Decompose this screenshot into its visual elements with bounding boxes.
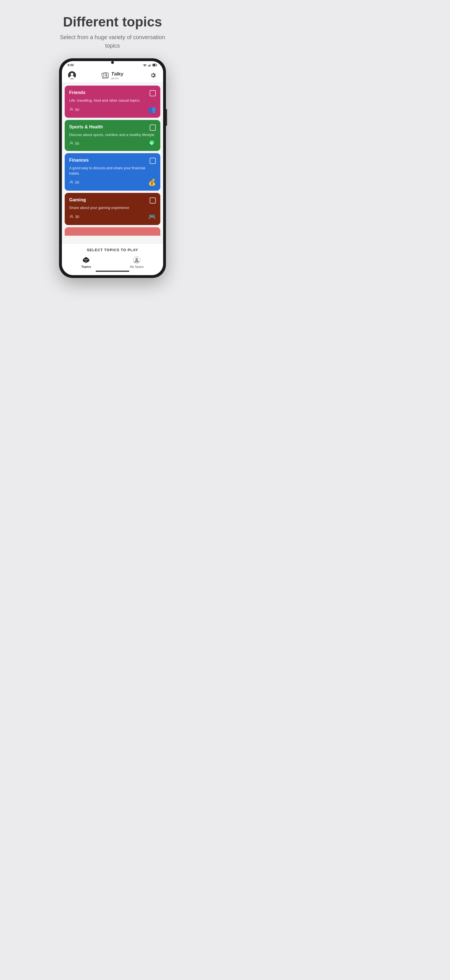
card-icon-sports bbox=[69, 141, 74, 146]
topic-count-sports: 50 bbox=[69, 141, 79, 146]
topic-checkbox-sports[interactable] bbox=[150, 124, 156, 130]
topic-emoji-gaming: 🎮 bbox=[148, 213, 156, 221]
card-icon-gaming bbox=[69, 215, 74, 219]
wifi-icon bbox=[143, 64, 147, 67]
page-header: Different topics Select from a huge vari… bbox=[59, 14, 166, 50]
svg-rect-0 bbox=[148, 65, 149, 67]
page-title: Different topics bbox=[59, 14, 166, 30]
bottom-nav: Topics My Space bbox=[62, 254, 163, 268]
svg-point-8 bbox=[71, 73, 73, 76]
heartbeat-icon bbox=[148, 140, 156, 146]
phone-frame: 9:00 bbox=[59, 58, 166, 278]
app-logo: T Talky games bbox=[101, 71, 123, 80]
topic-emoji-finances: 💰 bbox=[148, 179, 156, 186]
svg-rect-6 bbox=[157, 65, 157, 65]
page-wrapper: Different topics Select from a huge vari… bbox=[59, 14, 166, 278]
topic-card-friends[interactable]: Friends Life, travelling, food and other… bbox=[65, 86, 160, 118]
card-icon-finances bbox=[69, 180, 74, 185]
card-top-sports: Sports & Health bbox=[69, 124, 156, 130]
topic-title-sports: Sports & Health bbox=[69, 124, 103, 130]
card-icon-friends bbox=[69, 107, 74, 112]
topic-title-gaming: Gaming bbox=[69, 197, 86, 202]
count-value-gaming: 30 bbox=[75, 215, 79, 219]
logo-text-container: Talky games bbox=[111, 71, 123, 80]
cube-icon bbox=[82, 256, 90, 264]
card-bottom-finances: 50 💰 bbox=[69, 179, 156, 186]
topic-checkbox-friends[interactable] bbox=[150, 90, 156, 96]
topic-checkbox-gaming[interactable] bbox=[150, 197, 156, 204]
phone-screen: 9:00 bbox=[62, 61, 163, 275]
svg-text:T: T bbox=[105, 74, 106, 77]
select-topics-button[interactable]: SELECT TOPICS TO PLAY bbox=[62, 246, 163, 254]
topic-title-friends: Friends bbox=[69, 90, 86, 95]
app-header: T Talky games bbox=[62, 68, 163, 83]
status-icons bbox=[143, 64, 157, 67]
count-value-sports: 50 bbox=[75, 142, 79, 146]
nav-label-myspace: My Space bbox=[130, 265, 144, 268]
topic-count-gaming: 30 bbox=[69, 215, 79, 219]
bottom-bar: SELECT TOPICS TO PLAY Topics bbox=[62, 243, 163, 275]
nav-item-myspace[interactable]: My Space bbox=[130, 256, 144, 268]
svg-point-13 bbox=[136, 258, 138, 261]
page-subtitle: Select from a huge variety of conversati… bbox=[59, 33, 166, 50]
topic-emoji-friends: 👥 bbox=[148, 106, 156, 113]
topic-count-friends: 50 bbox=[69, 107, 79, 112]
person-icon bbox=[133, 256, 141, 264]
card-bottom-sports: 50 bbox=[69, 140, 156, 146]
card-top-friends: Friends bbox=[69, 90, 156, 96]
svg-rect-1 bbox=[149, 65, 149, 67]
nav-indicator bbox=[96, 270, 129, 272]
logo-main-text: Talky bbox=[111, 71, 123, 76]
topic-count-finances: 50 bbox=[69, 180, 79, 185]
logo-sub-text: games bbox=[111, 77, 123, 80]
topic-title-finances: Finances bbox=[69, 158, 89, 163]
topic-desc-friends: Life, travelling, food and other casual … bbox=[69, 98, 156, 103]
gear-icon bbox=[150, 72, 156, 79]
topic-checkbox-finances[interactable] bbox=[150, 158, 156, 164]
svg-rect-5 bbox=[153, 64, 155, 66]
time-display: 9:00 bbox=[68, 64, 74, 67]
topic-desc-finances: A good way to discuss and share your fin… bbox=[69, 165, 156, 176]
settings-icon-button[interactable] bbox=[149, 71, 157, 80]
card-bottom-gaming: 30 🎮 bbox=[69, 213, 156, 221]
nav-label-topics: Topics bbox=[81, 265, 91, 268]
nav-item-topics[interactable]: Topics bbox=[81, 256, 91, 268]
topics-list: Friends Life, travelling, food and other… bbox=[62, 83, 163, 243]
svg-rect-3 bbox=[151, 64, 151, 67]
count-value-friends: 50 bbox=[75, 108, 79, 112]
topic-card-gaming[interactable]: Gaming Share about your gaming experienc… bbox=[65, 193, 160, 225]
card-top-gaming: Gaming bbox=[69, 197, 156, 204]
logo-cards-icon: T bbox=[101, 72, 109, 79]
topic-desc-sports: Discuss about sports, nutrition and a he… bbox=[69, 132, 156, 137]
profile-icon-button[interactable] bbox=[68, 71, 76, 80]
topic-card-partial bbox=[65, 227, 160, 236]
topic-card-finances[interactable]: Finances A good way to discuss and share… bbox=[65, 153, 160, 190]
battery-icon bbox=[152, 64, 157, 67]
topic-card-sports[interactable]: Sports & Health Discuss about sports, nu… bbox=[65, 120, 160, 151]
svg-rect-2 bbox=[150, 65, 150, 67]
topic-desc-gaming: Share about your gaming experience bbox=[69, 205, 156, 210]
camera-notch bbox=[111, 61, 114, 64]
card-bottom-friends: 50 👥 bbox=[69, 106, 156, 113]
signal-icon bbox=[148, 64, 151, 67]
card-top-finances: Finances bbox=[69, 158, 156, 164]
count-value-finances: 50 bbox=[75, 180, 79, 185]
